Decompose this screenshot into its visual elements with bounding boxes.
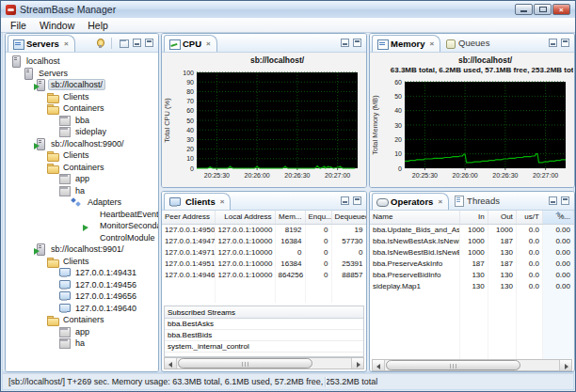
tab-cpu[interactable]: CPU × [164, 35, 217, 52]
menu-item-help[interactable]: Help [81, 19, 115, 32]
tree-item[interactable]: Containers [6, 162, 158, 174]
tree-item[interactable]: sb://localhost/ [6, 79, 158, 91]
close-icon[interactable]: × [204, 40, 211, 48]
container-icon [58, 126, 71, 137]
tree-item[interactable]: app [6, 173, 158, 185]
maximize-icon[interactable] [561, 196, 569, 205]
tab-memory[interactable]: Memory × [372, 35, 440, 52]
minimize-icon[interactable] [341, 39, 349, 47]
table-row[interactable]: 127.0.0.1:49469127.0.0.1:100008642560888… [162, 269, 366, 280]
close-icon[interactable]: × [218, 198, 225, 206]
table-row[interactable]: bba.Update_Bids_and_Asks100010000.00.00 [370, 224, 574, 235]
table-row[interactable]: bba.IsNewBestAsk.IsNewB...10001870.00.00 [370, 235, 574, 246]
tab-clients[interactable]: Clients × [164, 193, 231, 210]
maximize-icon[interactable] [561, 39, 569, 47]
tab-operators[interactable]: Operators × [372, 193, 449, 210]
subscribed-streams-header[interactable]: Subscribed Streams [165, 306, 363, 319]
scroll-left-icon[interactable] [165, 358, 177, 368]
minimize-icon[interactable] [133, 39, 141, 47]
tree-item[interactable]: 127.0.0.1:49656 [6, 290, 158, 303]
table-row[interactable]: bba.PreserveBidInfo1301300.00.00 [370, 269, 574, 280]
table-row[interactable]: 127.0.0.1:49477127.0.0.1:100001638405773… [162, 235, 366, 246]
tree-item[interactable]: localhost [6, 55, 158, 68]
tree-item[interactable]: 127.0.0.1:49431 [6, 267, 158, 279]
empty-row [370, 325, 574, 337]
minimize-button[interactable] [515, 4, 533, 15]
tree-item[interactable]: sb://localhost:9900/ [6, 138, 158, 150]
tree-item[interactable]: 127.0.0.1:49640 [6, 303, 158, 315]
tree-item[interactable]: Containers [6, 102, 158, 115]
table-cell: bba.IsNewBestBid.IsNewB... [370, 246, 459, 258]
table-row[interactable]: bba.IsNewBestBid.IsNewB...10001300.00.00 [370, 246, 574, 258]
tree-item[interactable]: Clients [6, 91, 158, 103]
minimize-icon[interactable] [341, 196, 349, 205]
tree-item[interactable]: bba [6, 115, 158, 127]
column-header[interactable]: Local Address [215, 211, 275, 224]
scroll-right-icon[interactable] [559, 360, 571, 370]
tree-item[interactable]: ha [6, 185, 158, 197]
tab-threads[interactable]: Threads [449, 192, 505, 210]
folder-icon [46, 102, 58, 114]
column-header[interactable]: In [459, 211, 488, 224]
maximize-icon[interactable] [353, 196, 361, 205]
tree-item[interactable]: app [6, 326, 158, 338]
tree-item-label: 127.0.0.1:49656 [72, 290, 139, 302]
lightbulb-icon[interactable] [94, 38, 105, 49]
column-header[interactable]: Mem... [275, 211, 305, 224]
scroll-left-icon[interactable] [373, 360, 385, 370]
server-icon [9, 55, 22, 67]
tab-servers[interactable]: Servers × [8, 35, 75, 52]
tab-queues[interactable]: Queues [440, 34, 495, 52]
tree-item[interactable]: Servers [6, 68, 158, 80]
column-header[interactable]: %... [542, 211, 573, 224]
tree-item[interactable]: ha [6, 337, 158, 350]
table-cell: 19 [331, 224, 366, 235]
clients-horizontal-scrollbar[interactable] [164, 357, 364, 369]
column-header[interactable]: Name [370, 211, 459, 224]
scroll-right-icon[interactable] [351, 358, 363, 368]
svg-text:60: 60 [394, 79, 402, 86]
close-button[interactable]: × [552, 4, 570, 15]
table-row[interactable]: bba.PreserveAskInfo1871870.00.00 [370, 258, 574, 269]
scrollbar-thumb[interactable] [386, 360, 520, 370]
link-with-editor-icon[interactable] [118, 38, 129, 49]
scrollbar-thumb[interactable] [178, 358, 312, 368]
close-icon[interactable]: × [427, 40, 434, 48]
minimize-icon[interactable] [549, 39, 557, 47]
maximize-button[interactable] [534, 4, 552, 15]
tree-item[interactable]: Clients [6, 149, 158, 162]
stream-row[interactable]: system._internal_control [165, 341, 363, 353]
tree-item-label: Containers [60, 102, 107, 114]
stream-row[interactable]: bba.BestAsks [165, 319, 363, 330]
close-icon[interactable]: × [436, 198, 442, 206]
tree-item[interactable]: 127.0.0.1:49456 [6, 279, 158, 291]
table-row[interactable]: sideplay.Map11301300.00.00 [370, 280, 574, 291]
tree-item[interactable]: ControlModule [6, 232, 158, 244]
tree-item[interactable]: sb://localhost:9901/ [6, 243, 158, 256]
tree-item[interactable]: Adapters [6, 196, 158, 209]
menu-item-file[interactable]: File [4, 19, 33, 32]
close-icon[interactable]: × [62, 40, 69, 48]
table-cell: 127.0.0.1:10000 [215, 269, 275, 280]
svg-text:90: 90 [186, 79, 194, 86]
column-header[interactable]: Out [488, 211, 516, 224]
maximize-icon[interactable] [145, 39, 153, 47]
minimize-icon[interactable] [549, 196, 557, 205]
tree-item[interactable]: MonitorSecondary [6, 220, 158, 232]
table-row[interactable]: 127.0.0.1:49718127.0.0.1:10000000 [162, 246, 366, 258]
tree-item[interactable]: Clients [6, 256, 158, 268]
tree-item[interactable]: Containers [6, 314, 158, 326]
menu-item-window[interactable]: Window [33, 19, 81, 32]
column-header[interactable]: Dequeued [331, 211, 366, 224]
operators-horizontal-scrollbar[interactable] [372, 359, 572, 371]
column-header[interactable]: us/T [516, 211, 542, 224]
tree-item[interactable]: HeartbeatEventActions [6, 209, 158, 221]
column-header[interactable]: Peer Address [162, 211, 215, 224]
table-row[interactable]: 127.0.0.1:49504127.0.0.1:100008192019 [162, 224, 366, 235]
column-header[interactable]: Enqu... [305, 211, 331, 224]
tree-item[interactable]: sideplay [6, 126, 158, 138]
maximize-icon[interactable] [353, 39, 361, 47]
stream-row[interactable]: bba.BestBids [165, 330, 363, 341]
table-row[interactable]: 127.0.0.1:49518127.0.0.1:100001638402539… [162, 258, 366, 269]
module-run-icon [83, 220, 95, 231]
